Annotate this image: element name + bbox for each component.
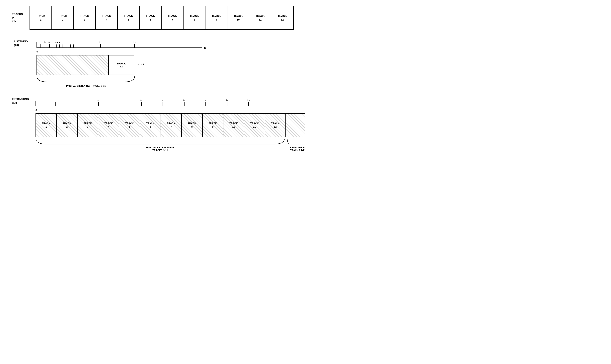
partial-listening-label: PARTIAL LISTENING TRACKS 1-11 <box>37 85 135 87</box>
ext-track-11: TRACK11 <box>244 114 265 137</box>
remainders-label: REMAINDERSTRACKS 1-11 <box>287 146 305 152</box>
track-cell-12: TRACK12 <box>271 6 293 29</box>
track-cell-10: TRACK10 <box>227 6 249 29</box>
ext-remainder <box>286 114 305 137</box>
ext-track-5: TRACK5 <box>119 114 140 137</box>
ext-track-4: TRACK4 <box>98 114 119 137</box>
ext-track-6: TRACK6 <box>140 114 161 137</box>
track-cell-5: TRACK5 <box>118 6 140 29</box>
cd-label: TRACKSINCD <box>12 12 26 23</box>
partial-listening-hatched <box>37 55 108 75</box>
listening-dots: • • • <box>138 62 144 66</box>
partial-extractions-brace <box>36 138 285 146</box>
ext-track-7: TRACK7 <box>161 114 182 137</box>
track-cell-4: TRACK4 <box>96 6 118 29</box>
ext-track-10: TRACK10 <box>223 114 244 137</box>
ext-track-12: TRACK12 <box>265 114 286 137</box>
remainders-brace <box>287 138 305 146</box>
cd-section: TRACKSINCD TRACK1 TRACK2 TRACK3 TRACK4 T… <box>12 6 298 30</box>
listening-label: LISTENING(1X) <box>14 40 31 47</box>
listening-section: LISTENING(1X) t₁ t₂ t₃ <box>12 40 298 87</box>
ext-track-3: TRACK3 <box>78 114 98 137</box>
track-cell-7: TRACK7 <box>162 6 183 29</box>
track-cell-9: TRACK9 <box>206 6 227 29</box>
ext-track-9: TRACK9 <box>203 114 223 137</box>
ext-track-1: TRACK1 <box>36 114 57 137</box>
track-cell-8: TRACK8 <box>183 6 206 29</box>
partial-extractions-label: PARTIAL EXTRACTIONSTRACKS 1-11 <box>36 146 285 152</box>
track-cell-11: TRACK11 <box>249 6 271 29</box>
extracting-label: EXTRACTING(8X) <box>12 97 32 104</box>
track-cell-1: TRACK1 <box>30 6 52 29</box>
extracting-tracks-row: TRACK1 TRACK2 TRACK3 TRACK4 TRACK5 TRACK… <box>36 113 305 137</box>
partial-listening-brace <box>37 76 135 84</box>
cd-tracks-grid: TRACK1 TRACK2 TRACK3 TRACK4 TRACK5 TRACK… <box>29 6 294 30</box>
track-cell-6: TRACK6 <box>140 6 162 29</box>
track-cell-2: TRACK2 <box>52 6 74 29</box>
ext-track-8: TRACK8 <box>182 114 202 137</box>
track-cell-3: TRACK3 <box>74 6 96 29</box>
track-12-small-box: TRACK12 <box>108 55 134 75</box>
ext-track-2: TRACK2 <box>57 114 78 137</box>
extracting-section: EXTRACTING(8X) t₁ t₂ <box>12 97 298 152</box>
page-container: TRACKSINCD TRACK1 TRACK2 TRACK3 TRACK4 T… <box>8 6 298 152</box>
